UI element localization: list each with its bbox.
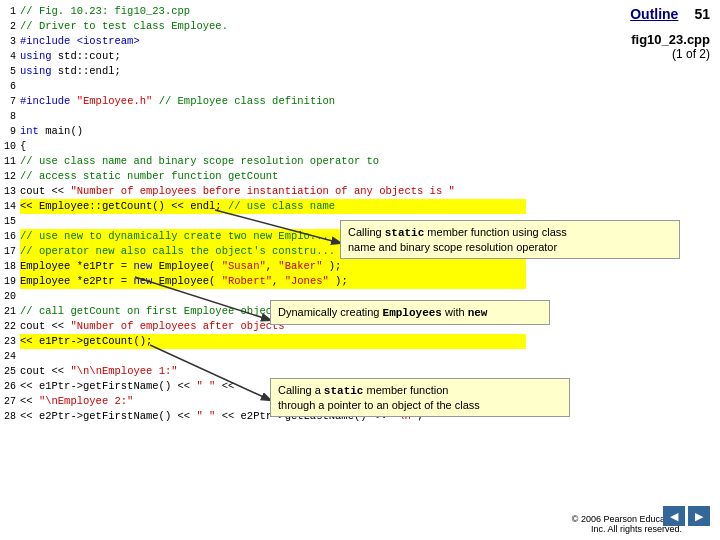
code-line-8: 8: [0, 109, 526, 124]
code-line-10: 10 {: [0, 139, 526, 154]
outline-link[interactable]: Outline: [630, 6, 678, 22]
code-line-24: 24: [0, 349, 526, 364]
code-line-5: 5 using std::endl;: [0, 64, 526, 79]
code-line-9: 9 int main(): [0, 124, 526, 139]
top-bar: Outline 51: [630, 6, 710, 22]
code-line-4: 4 using std::cout;: [0, 49, 526, 64]
code-area: 1 // Fig. 10.23: fig10_23.cpp 2 // Drive…: [0, 0, 530, 520]
page-number: 51: [694, 6, 710, 22]
code-line-6: 6: [0, 79, 526, 94]
code-line-18: 18 Employee *e1Ptr = new Employee( "Susa…: [0, 259, 526, 274]
next-button[interactable]: ▶: [688, 506, 710, 526]
code-line-1: 1 // Fig. 10.23: fig10_23.cpp: [0, 4, 526, 19]
code-line-19: 19 Employee *e2Ptr = new Employee( "Robe…: [0, 274, 526, 289]
code-line-2: 2 // Driver to test class Employee.: [0, 19, 526, 34]
code-line-23: 23 << e1Ptr->getCount();: [0, 334, 526, 349]
file-page: (1 of 2): [631, 47, 710, 61]
nav-buttons: ◀ ▶: [663, 506, 710, 526]
file-info: fig10_23.cpp (1 of 2): [631, 32, 710, 61]
file-name: fig10_23.cpp: [631, 32, 710, 47]
code-line-11: 11 // use class name and binary scope re…: [0, 154, 526, 169]
callout-static-class-name: Calling static member function using cla…: [340, 220, 680, 259]
prev-button[interactable]: ◀: [663, 506, 685, 526]
code-line-13: 13 cout << "Number of employees before i…: [0, 184, 526, 199]
code-line-3: 3 #include <iostream>: [0, 34, 526, 49]
code-line-12: 12 // access static number function getC…: [0, 169, 526, 184]
callout-static-pointer: Calling a static member functionthrough …: [270, 378, 570, 417]
callout-dynamic-create: Dynamically creating Employees with new: [270, 300, 550, 325]
code-line-25: 25 cout << "\n\nEmployee 1:": [0, 364, 526, 379]
code-line-7: 7 #include "Employee.h" // Employee clas…: [0, 94, 526, 109]
code-line-14: 14 << Employee::getCount() << endl; // u…: [0, 199, 526, 214]
